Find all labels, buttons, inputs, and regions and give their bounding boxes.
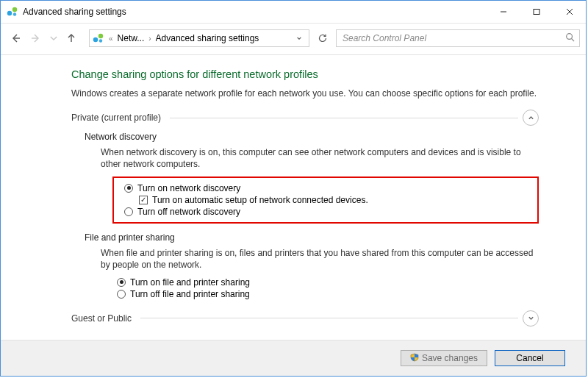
breadcrumb-dropdown[interactable] (292, 30, 306, 46)
profile-private-label: Private (current profile) (71, 113, 161, 123)
up-button[interactable] (62, 29, 80, 47)
radio-nd-on[interactable]: Turn on network discovery (124, 182, 531, 194)
radio-fps-off[interactable]: Turn off file and printer sharing (117, 288, 539, 300)
file-printer-title: File and printer sharing (85, 232, 539, 243)
checkbox-icon (139, 196, 148, 204)
profile-guest-label: Guest or Public (71, 313, 132, 324)
separator-line (140, 318, 518, 318)
network-discovery-section: Network discovery When network discovery… (86, 132, 539, 223)
search-input[interactable] (341, 32, 561, 44)
radio-fps-on[interactable]: Turn on file and printer sharing (117, 277, 539, 288)
svg-point-0 (7, 11, 12, 15)
svg-point-10 (93, 38, 98, 42)
radio-icon (124, 207, 133, 216)
navigation-bar: « Netw... › Advanced sharing settings (1, 24, 586, 55)
profile-private-header[interactable]: Private (current profile) (71, 110, 539, 126)
radio-icon (117, 290, 126, 299)
page-title: Change sharing options for different net… (71, 68, 539, 80)
footer-buttons: Save changes Cancel (1, 340, 586, 376)
radio-icon (124, 184, 133, 193)
radio-label: Turn off file and printer sharing (130, 289, 250, 299)
window-controls (487, 1, 586, 23)
page-description: Windows creates a separate network profi… (71, 88, 539, 99)
radio-label: Turn off network discovery (137, 207, 240, 217)
window-title: Advanced sharing settings (23, 7, 126, 17)
uac-shield-icon (410, 353, 419, 364)
search-box[interactable] (336, 29, 580, 47)
recent-locations-dropdown[interactable] (48, 29, 60, 47)
checkbox-label: Turn on automatic setup of network conne… (152, 195, 368, 205)
cancel-button[interactable]: Cancel (495, 350, 565, 366)
forward-button[interactable] (27, 29, 45, 47)
highlight-annotation: Turn on network discovery Turn on automa… (112, 176, 539, 224)
minimize-button[interactable] (487, 1, 520, 23)
networking-icon (7, 6, 18, 18)
collapse-up-icon[interactable] (523, 110, 539, 126)
network-discovery-desc: When network discovery is on, this compu… (101, 146, 539, 170)
svg-point-2 (13, 13, 16, 15)
breadcrumb-item-2[interactable]: Advanced sharing settings (156, 33, 259, 43)
nav-arrows (7, 29, 80, 47)
radio-label: Turn on network discovery (137, 183, 240, 193)
file-printer-section: File and printer sharing When file and p… (86, 232, 539, 300)
file-printer-options: Turn on file and printer sharing Turn of… (117, 277, 539, 300)
checkbox-auto-setup[interactable]: Turn on automatic setup of network conne… (139, 194, 531, 206)
svg-point-12 (99, 39, 102, 42)
svg-line-14 (572, 39, 575, 42)
network-discovery-title: Network discovery (85, 132, 539, 142)
breadcrumb-sep-chevron-1[interactable]: › (146, 35, 154, 43)
networking-icon (93, 32, 104, 44)
search-icon (565, 32, 575, 44)
svg-point-11 (98, 34, 103, 38)
breadcrumb[interactable]: « Netw... › Advanced sharing settings (89, 29, 309, 47)
svg-rect-4 (534, 10, 539, 15)
window-root: Advanced sharing settings (0, 0, 587, 377)
breadcrumb-sep-left: « (106, 35, 116, 43)
save-button-label: Save changes (422, 353, 478, 363)
close-button[interactable] (553, 1, 586, 23)
svg-point-13 (567, 34, 573, 40)
save-button[interactable]: Save changes (401, 350, 487, 366)
file-printer-desc: When file and printer sharing is on, fil… (101, 247, 539, 271)
breadcrumb-item-1[interactable]: Netw... (118, 33, 145, 43)
cancel-button-label: Cancel (516, 353, 543, 363)
titlebar: Advanced sharing settings (1, 1, 586, 24)
maximize-button[interactable] (520, 1, 553, 23)
svg-point-1 (12, 7, 17, 12)
back-button[interactable] (7, 29, 24, 47)
profile-guest-header[interactable]: Guest or Public (71, 310, 539, 327)
radio-label: Turn on file and printer sharing (130, 277, 250, 288)
network-discovery-options: Turn on network discovery Turn on automa… (124, 182, 531, 218)
radio-icon (117, 278, 126, 287)
expand-down-icon[interactable] (523, 310, 539, 327)
refresh-button[interactable] (314, 29, 331, 47)
content-pane: Change sharing options for different net… (1, 55, 586, 340)
separator-line (170, 118, 518, 118)
radio-nd-off[interactable]: Turn off network discovery (124, 206, 531, 218)
